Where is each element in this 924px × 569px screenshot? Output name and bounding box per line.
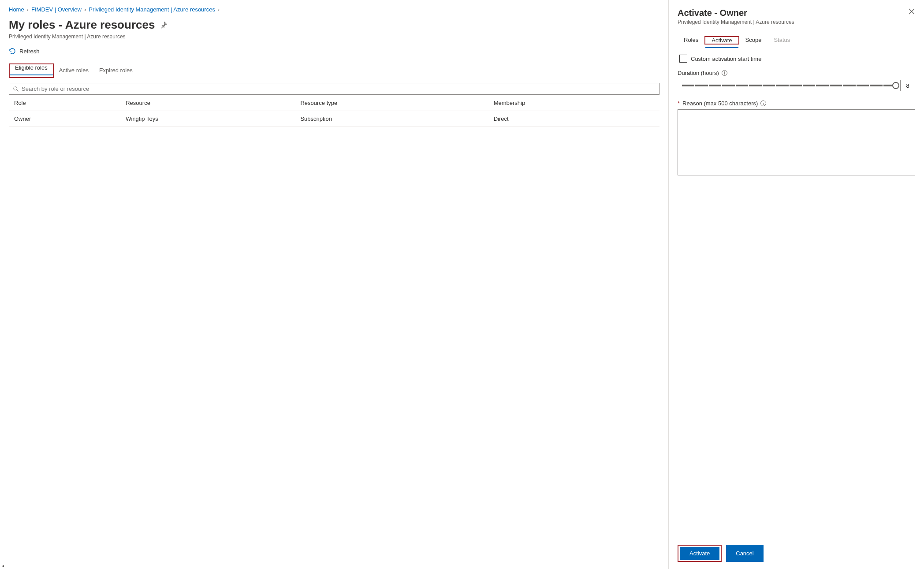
table-header-row: Role Resource Resource type Membership	[9, 95, 659, 111]
svg-line-1	[17, 89, 19, 91]
search-icon	[13, 86, 19, 92]
chevron-right-icon: ›	[27, 6, 29, 13]
breadcrumb-home[interactable]: Home	[9, 6, 24, 13]
duration-slider-row	[678, 80, 915, 91]
svg-point-0	[14, 86, 17, 90]
cell-resource-type: Subscription	[295, 111, 488, 127]
refresh-label: Refresh	[19, 48, 40, 55]
activate-button[interactable]: Activate	[680, 547, 719, 560]
slider-segments	[682, 85, 896, 86]
panel-header: Activate - Owner	[678, 8, 915, 18]
cell-role: Owner	[9, 111, 120, 127]
panel-footer: Activate Cancel	[678, 539, 915, 562]
page-subtitle: Privileged Identity Management | Azure r…	[9, 33, 659, 40]
breadcrumb-fimdev[interactable]: FIMDEV | Overview	[31, 6, 82, 13]
highlight-activate-button: Activate	[678, 545, 722, 562]
roles-table: Role Resource Resource type Membership O…	[9, 95, 659, 127]
required-indicator: *	[678, 100, 680, 107]
cell-resource: Wingtip Toys	[120, 111, 295, 127]
info-icon[interactable]: i	[760, 100, 766, 106]
role-tabs: Eligible roles Active roles Expired role…	[9, 63, 659, 78]
refresh-button[interactable]: Refresh	[9, 48, 659, 55]
tab-active-roles[interactable]: Active roles	[54, 63, 94, 78]
panel-tabs: Roles Activate Scope Status	[678, 33, 915, 48]
reason-label-row: *Reason (max 500 characters) i	[678, 100, 915, 107]
activate-panel: Activate - Owner Privileged Identity Man…	[668, 0, 924, 569]
reason-textarea[interactable]	[678, 109, 915, 175]
search-input[interactable]	[22, 86, 656, 92]
duration-value-input[interactable]	[900, 80, 915, 91]
duration-label-row: Duration (hours) i	[678, 70, 915, 76]
refresh-icon	[9, 48, 16, 55]
custom-start-checkbox[interactable]	[679, 55, 687, 63]
custom-start-label: Custom activation start time	[691, 56, 761, 62]
panel-title: Activate - Owner	[678, 8, 747, 18]
duration-label: Duration (hours)	[678, 70, 719, 76]
panel-tab-activate[interactable]: Activate	[705, 33, 738, 48]
tab-expired-roles[interactable]: Expired roles	[94, 63, 138, 78]
chevron-right-icon: ›	[218, 6, 220, 13]
custom-start-row: Custom activation start time	[678, 55, 915, 63]
pin-icon[interactable]	[160, 22, 167, 29]
panel-subtitle: Privileged Identity Management | Azure r…	[678, 19, 915, 25]
highlight-eligible-roles: Eligible roles	[9, 63, 54, 78]
panel-tab-scope[interactable]: Scope	[739, 33, 768, 48]
col-role[interactable]: Role	[9, 95, 120, 111]
close-icon[interactable]	[908, 8, 915, 15]
col-resource-type[interactable]: Resource type	[295, 95, 488, 111]
main-content: Home › FIMDEV | Overview › Privileged Id…	[0, 0, 668, 569]
chevron-right-icon: ›	[84, 6, 86, 13]
cell-membership: Direct	[488, 111, 659, 127]
panel-tab-status: Status	[768, 33, 796, 48]
col-resource[interactable]: Resource	[120, 95, 295, 111]
breadcrumb: Home › FIMDEV | Overview › Privileged Id…	[9, 6, 659, 13]
duration-slider[interactable]	[682, 85, 896, 86]
panel-tab-roles[interactable]: Roles	[678, 33, 704, 48]
table-row[interactable]: Owner Wingtip Toys Subscription Direct	[9, 111, 659, 127]
col-membership[interactable]: Membership	[488, 95, 659, 111]
cancel-button[interactable]: Cancel	[726, 545, 763, 562]
search-box[interactable]	[9, 83, 659, 95]
tab-eligible-roles[interactable]: Eligible roles	[10, 61, 53, 75]
page-header: My roles - Azure resources	[9, 18, 659, 32]
scroll-left-icon[interactable]: ◂	[2, 563, 4, 568]
slider-thumb[interactable]	[892, 82, 899, 89]
breadcrumb-pim[interactable]: Privileged Identity Management | Azure r…	[89, 6, 215, 13]
reason-label: Reason (max 500 characters)	[682, 100, 758, 107]
info-icon[interactable]: i	[722, 70, 727, 76]
highlight-activate-tab: Activate	[704, 36, 739, 45]
page-title: My roles - Azure resources	[9, 18, 155, 32]
